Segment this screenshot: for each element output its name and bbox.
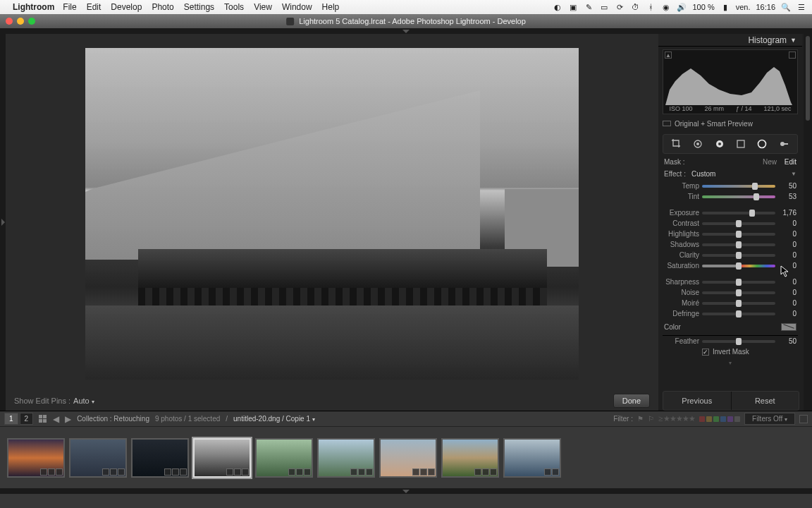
status-timemachine-icon[interactable]: ⏱ — [630, 2, 640, 12]
minimize-window-icon[interactable] — [17, 18, 24, 25]
status-day[interactable]: ven. — [736, 3, 751, 11]
color-swatch[interactable] — [781, 323, 796, 331]
zoom-window-icon[interactable] — [28, 18, 35, 25]
done-button[interactable]: Done — [613, 394, 650, 408]
temp-slider[interactable]: Temp 50 — [664, 181, 796, 191]
thumbnail[interactable] — [7, 438, 65, 478]
thumbnail[interactable] — [503, 438, 561, 478]
color-yellow-icon[interactable] — [706, 416, 712, 422]
effect-dropdown[interactable]: Custom — [691, 170, 715, 178]
menu-edit[interactable]: Edit — [87, 2, 102, 12]
thumbnail[interactable] — [255, 438, 313, 478]
mask-edit-button[interactable]: Edit — [785, 158, 796, 166]
status-battery-percent[interactable]: 100 % — [692, 3, 714, 11]
show-edit-pins-dropdown[interactable]: Auto ▾ — [73, 397, 94, 405]
histogram-iso: ISO 100 — [669, 105, 692, 114]
status-display-icon[interactable]: ▭ — [599, 2, 609, 12]
top-panel-handle[interactable] — [0, 28, 812, 34]
status-sync-icon[interactable]: ⟳ — [615, 2, 625, 12]
color-blue-icon[interactable] — [720, 416, 726, 422]
grid-view-icon[interactable] — [39, 415, 47, 423]
highlight-clip-icon[interactable] — [789, 52, 796, 59]
status-wifi-icon[interactable]: ◉ — [661, 2, 671, 12]
svg-rect-4 — [737, 140, 744, 147]
panel-collapse-handle[interactable]: ▾ — [658, 360, 802, 365]
thumbnail[interactable] — [131, 438, 189, 478]
status-generic-icon[interactable]: ◐ — [553, 2, 562, 12]
star-filter[interactable]: ≥ ★★★★★ — [658, 414, 695, 423]
adjustment-brush-tool-icon[interactable] — [776, 138, 792, 150]
chevron-down-icon[interactable]: ▼ — [791, 171, 796, 177]
status-dropbox-icon[interactable]: ▣ — [568, 2, 578, 12]
shadows-slider[interactable]: Shadows 0 — [664, 239, 796, 250]
flag-rejected-icon[interactable]: ⚐ — [648, 415, 654, 423]
noise-slider[interactable]: Noise 0 — [664, 287, 796, 298]
color-purple-icon[interactable] — [727, 416, 733, 422]
redeye-tool-icon[interactable] — [712, 138, 727, 150]
nav-forward-icon[interactable]: ▶ — [65, 414, 71, 424]
color-green-icon[interactable] — [713, 416, 719, 422]
menu-view[interactable]: View — [254, 2, 272, 12]
filmstrip[interactable] — [0, 426, 812, 488]
bottom-panel-handle[interactable] — [0, 488, 812, 494]
previous-button[interactable]: Previous — [663, 392, 731, 410]
defringe-slider[interactable]: Defringe 0 — [664, 308, 796, 319]
invert-mask-checkbox[interactable]: ✓ Invert Mask — [658, 346, 802, 360]
thumbnail-selected[interactable] — [193, 438, 251, 478]
filename-dropdown[interactable]: untitled-20.dng / Copie 1 ▾ — [233, 415, 315, 423]
spot-removal-tool-icon[interactable] — [690, 138, 706, 150]
right-panel-scrollbar[interactable] — [804, 34, 812, 411]
status-time[interactable]: 16:16 — [756, 3, 775, 11]
nav-back-icon[interactable]: ◀ — [53, 414, 59, 424]
thumbnail[interactable] — [379, 438, 437, 478]
menu-settings[interactable]: Settings — [184, 2, 214, 12]
histogram-header[interactable]: Histogram▼ — [658, 34, 802, 47]
filters-preset-dropdown[interactable]: Filters Off ▾ — [744, 413, 795, 425]
collection-label[interactable]: Collection : Retouching — [77, 415, 149, 423]
menu-tools[interactable]: Tools — [224, 2, 244, 12]
thumbnail[interactable] — [441, 438, 499, 478]
app-menu[interactable]: Lightroom — [13, 2, 54, 12]
second-window-button[interactable]: 2 — [20, 413, 34, 425]
window-titlebar: Lightroom 5 Catalog.lrcat - Adobe Photos… — [0, 14, 812, 28]
menu-help[interactable]: Help — [322, 2, 340, 12]
saturation-slider[interactable]: Saturation 0 — [664, 260, 796, 271]
menu-file[interactable]: File — [63, 2, 76, 12]
histogram[interactable]: ▲ ISO 100 26 mm ƒ / 14 121,0 sec — [663, 49, 798, 114]
menu-develop[interactable]: Develop — [111, 2, 142, 12]
thumbnail[interactable] — [69, 438, 127, 478]
status-battery-icon[interactable]: ▮ — [720, 2, 730, 12]
exposure-slider[interactable]: Exposure 1,76 — [664, 207, 796, 218]
main-window-button[interactable]: 1 — [4, 413, 18, 425]
contrast-slider[interactable]: Contrast 0 — [664, 218, 796, 229]
status-bluetooth-icon[interactable]: ᚼ — [646, 2, 656, 12]
status-volume-icon[interactable]: 🔊 — [677, 2, 687, 12]
status-notifications-icon[interactable]: ☰ — [796, 2, 806, 12]
radial-filter-tool-icon[interactable] — [754, 138, 770, 150]
color-red-icon[interactable] — [699, 416, 705, 422]
graduated-filter-tool-icon[interactable] — [733, 138, 749, 150]
color-label-filter[interactable] — [699, 416, 740, 422]
menu-photo[interactable]: Photo — [152, 2, 173, 12]
crop-tool-icon[interactable] — [669, 138, 684, 150]
highlights-slider[interactable]: Highlights 0 — [664, 229, 796, 239]
clarity-slider[interactable]: Clarity 0 — [664, 250, 796, 260]
mask-new-button[interactable]: New — [763, 158, 777, 166]
feather-slider[interactable]: Feather 50 — [664, 336, 796, 346]
left-panel-handle[interactable] — [0, 34, 6, 411]
moire-slider[interactable]: Moiré 0 — [664, 298, 796, 308]
flag-picked-icon[interactable]: ⚑ — [637, 415, 644, 423]
shadow-clip-icon[interactable]: ▲ — [665, 52, 672, 59]
thumbnail[interactable] — [317, 438, 375, 478]
close-window-icon[interactable] — [6, 18, 13, 25]
color-none-icon[interactable] — [734, 416, 740, 422]
photo-viewport[interactable] — [8, 37, 656, 391]
color-swatch-row[interactable]: Color — [658, 319, 802, 335]
menu-window[interactable]: Window — [282, 2, 312, 12]
reset-button[interactable]: Reset — [732, 392, 799, 410]
status-evernote-icon[interactable]: ✎ — [584, 2, 593, 12]
tint-slider[interactable]: Tint 53 — [664, 191, 796, 202]
filter-lock-icon[interactable] — [799, 415, 808, 423]
status-spotlight-icon[interactable]: 🔍 — [781, 2, 791, 12]
sharpness-slider[interactable]: Sharpness 0 — [664, 277, 796, 287]
